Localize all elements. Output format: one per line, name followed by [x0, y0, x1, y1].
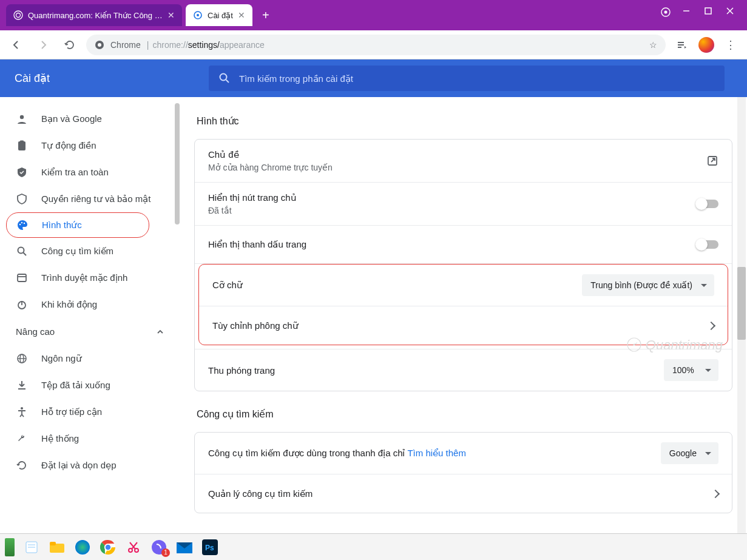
sidebar-item-startup[interactable]: Khi khởi động: [0, 291, 167, 318]
taskbar-photoshop-icon[interactable]: Ps: [201, 539, 218, 556]
svg-rect-19: [20, 141, 24, 143]
location-bar: Chrome | chrome://settings/appearance ☆ …: [0, 30, 747, 59]
sidebar-label: Bạn và Google: [41, 113, 102, 124]
svg-point-11: [98, 43, 101, 47]
search-engine-dropdown[interactable]: Google: [661, 442, 718, 464]
font-section-highlight: Cỡ chữ Trung bình (Được đề xuất) Tùy chỉ…: [198, 264, 728, 345]
svg-text:Ps: Ps: [205, 544, 214, 552]
sidebar-item-system[interactable]: Hệ thống: [0, 425, 167, 452]
svg-rect-25: [18, 274, 26, 282]
zoom-dropdown[interactable]: 100%: [664, 359, 718, 381]
sidebar-item-default-browser[interactable]: Trình duyệt mặc định: [0, 265, 167, 291]
bookmark-star-icon[interactable]: ☆: [649, 40, 657, 50]
theme-sublabel: Mở cửa hàng Chrome trực tuyến: [208, 163, 333, 172]
sidebar-item-reset[interactable]: Đặt lại và dọn dẹp: [0, 452, 167, 479]
tab-active[interactable]: Cài đặt ✕: [186, 4, 252, 26]
sidebar-item-appearance[interactable]: Hình thức: [6, 212, 149, 238]
favicon-icon: [13, 10, 23, 20]
svg-point-5: [664, 11, 668, 14]
shield-icon: [16, 193, 28, 205]
close-tab-icon[interactable]: ✕: [167, 10, 175, 20]
taskbar-snip-icon[interactable]: [125, 539, 142, 556]
sidebar-item-accessibility[interactable]: Hỗ trợ tiếp cận: [0, 399, 167, 425]
svg-rect-7: [705, 8, 711, 14]
sidebar-adv-label: Nâng cao: [16, 326, 55, 337]
row-customize-fonts[interactable]: Tùy chỉnh phông chữ: [199, 306, 728, 345]
font-size-label: Cỡ chữ: [212, 280, 243, 291]
search-icon: [218, 72, 231, 84]
manage-search-label: Quản lý công cụ tìm kiếm: [208, 488, 313, 499]
sidebar-item-downloads[interactable]: Tệp đã tải xuống: [0, 372, 167, 399]
sidebar-item-safety[interactable]: Kiểm tra an toàn: [0, 159, 167, 186]
taskbar-chrome-icon[interactable]: [100, 539, 117, 556]
account-circle-icon[interactable]: [661, 7, 671, 17]
sidebar-scrollbar[interactable]: [175, 103, 180, 224]
taskbar-edge-icon[interactable]: [74, 539, 91, 556]
menu-kebab-icon[interactable]: ⋮: [720, 35, 741, 55]
sidebar-label: Công cụ tìm kiếm: [41, 246, 113, 257]
font-size-value: Trung bình (Được đề xuất): [590, 280, 692, 290]
maximize-icon[interactable]: [705, 7, 714, 17]
svg-point-17: [20, 115, 24, 119]
url-prefix: Chrome: [110, 40, 141, 50]
shield-check-icon: [16, 166, 28, 178]
tab-inactive[interactable]: Quantrimang.com: Kiến Thức Công Nghệ ✕: [6, 4, 182, 26]
minimize-icon[interactable]: [683, 7, 692, 17]
sidebar-label: Hỗ trợ tiếp cận: [41, 407, 102, 417]
close-tab-icon[interactable]: ✕: [238, 10, 245, 20]
svg-point-0: [14, 11, 22, 19]
sidebar-item-search[interactable]: Công cụ tìm kiếm: [0, 238, 167, 265]
close-window-icon[interactable]: [726, 7, 736, 17]
sidebar-item-privacy[interactable]: Quyền riêng tư và bảo mật: [0, 186, 167, 212]
tab-label: Cài đặt: [208, 11, 233, 20]
taskbar-notepad-icon[interactable]: [23, 539, 40, 556]
wrench-icon: [16, 433, 28, 445]
sidebar-label: Tệp đã tải xuống: [41, 380, 110, 391]
sidebar-item-you-google[interactable]: Bạn và Google: [0, 106, 167, 132]
profile-avatar[interactable]: [698, 37, 714, 53]
settings-search[interactable]: [209, 66, 725, 91]
row-theme[interactable]: Chủ đề Mở cửa hàng Chrome trực tuyến: [195, 140, 732, 182]
row-manage-search[interactable]: Quản lý công cụ tìm kiếm: [195, 474, 732, 513]
tab-label: Quantrimang.com: Kiến Thức Công Nghệ: [28, 11, 163, 20]
bookmarks-toggle[interactable]: [697, 240, 718, 249]
new-tab-button[interactable]: +: [256, 6, 275, 25]
customize-fonts-label: Tùy chỉnh phông chữ: [212, 320, 299, 331]
reload-button[interactable]: [59, 35, 80, 55]
svg-rect-13: [678, 44, 684, 46]
zoom-value: 100%: [672, 365, 694, 375]
svg-point-22: [24, 223, 25, 224]
font-size-dropdown[interactable]: Trung bình (Được đề xuất): [582, 274, 714, 296]
learn-more-link[interactable]: Tìm hiểu thêm: [407, 448, 466, 458]
sidebar-item-language[interactable]: Ngôn ngữ: [0, 345, 167, 372]
sidebar-label: Ngôn ngữ: [41, 353, 82, 364]
globe-icon: [16, 353, 28, 365]
clipboard-icon: [16, 140, 28, 152]
svg-point-21: [21, 222, 22, 223]
row-font-size: Cỡ chữ Trung bình (Được đề xuất): [199, 265, 728, 306]
taskbar-app-1[interactable]: [5, 538, 15, 556]
taskbar-badge: 1: [161, 548, 170, 557]
media-control-icon[interactable]: [672, 35, 692, 55]
sidebar-label: Quyền riêng tư và bảo mật: [41, 194, 150, 204]
settings-search-input[interactable]: [239, 73, 715, 84]
taskbar-mail-icon[interactable]: [176, 539, 193, 556]
settings-header: Cài đặt: [0, 59, 747, 97]
taskbar-explorer-icon[interactable]: [49, 539, 66, 556]
search-card: Công cụ tìm kiếm được dùng trong thanh đ…: [194, 432, 732, 513]
search-engine-value: Google: [669, 448, 697, 458]
sidebar-advanced-toggle[interactable]: Nâng cao: [0, 318, 180, 345]
open-external-icon[interactable]: [706, 155, 718, 167]
row-bookmarks-bar: Hiển thị thanh dấu trang: [195, 225, 732, 264]
forward-button[interactable]: [33, 35, 53, 55]
search-icon: [16, 245, 28, 257]
main-scroll-thumb[interactable]: [737, 267, 746, 340]
home-button-toggle[interactable]: [697, 200, 718, 208]
url-grey2: appearance: [220, 40, 265, 50]
back-button[interactable]: [6, 35, 27, 55]
settings-main: Hình thức Chủ đề Mở cửa hàng Chrome trực…: [180, 97, 747, 533]
svg-point-41: [75, 540, 90, 555]
omnibox[interactable]: Chrome | chrome://settings/appearance ☆: [86, 35, 666, 55]
sidebar-item-autofill[interactable]: Tự động điền: [0, 132, 167, 159]
taskbar-viber-icon[interactable]: 1: [150, 539, 167, 556]
